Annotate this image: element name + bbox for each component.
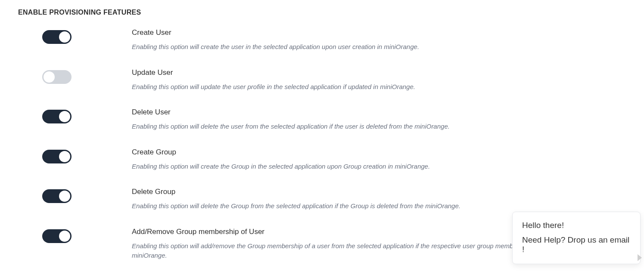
feature-row-create-group: Create GroupEnabling this option will cr… [18, 148, 626, 172]
toggle-delete-user[interactable] [42, 110, 72, 123]
toggle-knob [59, 31, 70, 43]
toggle-knob [59, 191, 70, 202]
feature-row-update-user: Update UserEnabling this option will upd… [18, 68, 626, 92]
feature-title: Delete Group [132, 188, 626, 196]
feature-description: Enabling this option will create the Gro… [132, 162, 606, 172]
feature-title: Update User [132, 68, 626, 77]
toggle-knob [44, 71, 55, 83]
help-popup[interactable]: Hello there! Need Help? Drop us an email… [512, 212, 641, 264]
toggle-update-user[interactable] [42, 70, 72, 84]
chevron-right-icon [638, 254, 642, 261]
feature-row-delete-user: Delete UserEnabling this option will del… [18, 108, 626, 132]
feature-row-delete-group: Delete GroupEnabling this option will de… [18, 188, 626, 211]
toggle-knob [59, 111, 70, 122]
toggle-knob [59, 231, 70, 242]
feature-title: Create User [132, 28, 626, 37]
feature-description: Enabling this option will delete the Gro… [132, 201, 606, 211]
feature-description: Enabling this option will update the use… [132, 82, 606, 92]
feature-description: Enabling this option will delete the use… [132, 122, 606, 132]
help-greeting: Hello there! [522, 221, 631, 230]
feature-title: Create Group [132, 148, 626, 157]
help-message: Need Help? Drop us an email ! [522, 235, 631, 254]
section-title: ENABLE PROVISIONING FEATURES [18, 9, 626, 16]
toggle-create-group[interactable] [42, 150, 72, 163]
toggle-group-membership[interactable] [42, 229, 72, 243]
toggle-delete-group[interactable] [42, 189, 72, 203]
toggle-create-user[interactable] [42, 30, 72, 44]
toggle-knob [59, 151, 70, 162]
feature-description: Enabling this option will create the use… [132, 42, 606, 52]
feature-title: Delete User [132, 108, 626, 117]
feature-row-create-user: Create UserEnabling this option will cre… [18, 28, 626, 52]
